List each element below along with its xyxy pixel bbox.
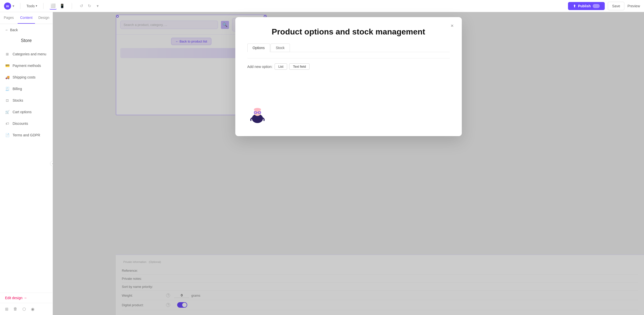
add-list-button[interactable]: List <box>275 63 287 70</box>
sidebar-item-shipping[interactable]: 🚚 Shipping costs <box>0 71 53 83</box>
publish-toggle[interactable] <box>593 4 600 8</box>
logo-chevron[interactable]: ▾ <box>13 4 14 8</box>
modal-close-button[interactable]: × <box>449 22 456 29</box>
sidebar-item-label: Categories and menu <box>13 52 46 56</box>
toolbar: w ▾ Tools ▾ ⬜ 📱 ↺ ↻ ▾ ⬆ Publish Save Pre… <box>0 0 644 12</box>
truck-icon: 🚚 <box>5 75 10 80</box>
sidebar-item-label: Payment methods <box>13 64 41 68</box>
sidebar-item-label: Discounts <box>13 122 28 126</box>
sidebar-item-label: Cart options <box>13 110 31 114</box>
undo-button[interactable]: ↺ <box>78 3 85 10</box>
sidebar-item-cart[interactable]: 🛒 Cart options <box>0 106 53 118</box>
back-button[interactable]: ← Back <box>0 24 53 36</box>
close-icon: × <box>451 23 454 29</box>
logo-icon: w <box>4 3 11 10</box>
save-button[interactable]: Save <box>608 2 624 10</box>
credit-card-icon: 💳 <box>5 63 10 68</box>
tab-options-label: Options <box>253 46 265 50</box>
doc-icon: 📄 <box>5 133 10 137</box>
sidebar-item-label: Billing <box>13 87 22 91</box>
left-panel-tabs: Pages Content Design <box>0 12 53 24</box>
history-chevron-icon[interactable]: ▾ <box>94 3 101 10</box>
preview-button[interactable]: Preview <box>627 4 640 8</box>
tab-stock-label: Stock <box>276 46 285 50</box>
add-option-row: Add new option: List Text field <box>247 63 450 70</box>
preview-label: Preview <box>627 4 640 8</box>
layers-icon[interactable]: ⬡ <box>22 307 26 311</box>
publish-label: Publish <box>578 4 591 8</box>
sidebar-item-stocks[interactable]: ⊡ Stocks <box>0 95 53 106</box>
back-label: Back <box>10 28 18 32</box>
toolbar-divider-1 <box>20 3 20 9</box>
edit-design-link[interactable]: Edit design → <box>5 296 48 300</box>
stocks-icon: ⊡ <box>5 98 10 103</box>
sidebar-item-terms[interactable]: 📄 Terms and GDPR <box>0 129 53 141</box>
bottom-toolbar: ⊞ 🗑 ⬡ ◉ <box>0 303 53 315</box>
store-title: Store <box>0 36 53 48</box>
sidebar-item-billing[interactable]: 🧾 Billing <box>0 83 53 95</box>
add-text-field-button[interactable]: Text field <box>289 63 310 70</box>
save-label: Save <box>612 4 620 8</box>
edit-design-label: Edit design → <box>5 296 27 300</box>
publish-icon: ⬆ <box>573 4 576 8</box>
tab-content[interactable]: Content <box>18 12 35 24</box>
modal-overlay[interactable]: × Product options and stock management O… <box>53 12 644 315</box>
sidebar-item-categories[interactable]: ⊞ Categories and menu <box>0 48 53 60</box>
sidebar-nav: ⊞ Categories and menu 💳 Payment methods … <box>0 48 53 293</box>
product-options-modal: × Product options and stock management O… <box>235 17 462 136</box>
cart-icon: 🛒 <box>5 110 10 114</box>
tab-options[interactable]: Options <box>247 44 270 52</box>
tools-chevron-icon: ▾ <box>36 4 37 8</box>
toolbar-divider-2 <box>43 3 44 9</box>
tab-pages[interactable]: Pages <box>0 12 18 24</box>
svg-point-5 <box>254 108 261 111</box>
mobile-icon[interactable]: 📱 <box>59 3 66 10</box>
toolbar-divider-3 <box>72 3 72 9</box>
empty-state-character <box>247 103 268 124</box>
add-element-icon[interactable]: ⊞ <box>5 307 8 311</box>
add-option-label: Add new option: <box>247 65 273 69</box>
tools-label: Tools <box>26 4 35 8</box>
modal-tabs: Options Stock <box>247 44 450 52</box>
back-arrow-icon: ← <box>5 28 9 32</box>
tab-stock[interactable]: Stock <box>271 44 290 52</box>
tab-design[interactable]: Design <box>35 12 53 24</box>
receipt-icon: 🧾 <box>5 87 10 91</box>
sidebar-item-label: Shipping costs <box>13 75 35 79</box>
left-panel: Pages Content Design ← Back Store ⊞ Cate… <box>0 12 53 315</box>
edit-design-section: Edit design → <box>0 293 53 303</box>
modal-title: Product options and stock management <box>247 27 450 36</box>
sidebar-item-payment[interactable]: 💳 Payment methods <box>0 60 53 71</box>
grid-icon: ⊞ <box>5 52 10 56</box>
modal-tab-divider <box>247 58 450 58</box>
desktop-icon[interactable]: ⬜ <box>50 3 57 10</box>
sidebar-item-label: Stocks <box>13 98 23 102</box>
delete-icon[interactable]: 🗑 <box>13 307 17 311</box>
modal-empty-state <box>247 76 450 126</box>
device-icons: ⬜ 📱 <box>50 3 66 10</box>
sidebar-item-discounts[interactable]: 🏷 Discounts <box>0 118 53 129</box>
publish-button[interactable]: ⬆ Publish <box>568 2 605 10</box>
sidebar-item-label: Terms and GDPR <box>13 133 40 137</box>
redo-button[interactable]: ↻ <box>86 3 93 10</box>
visibility-icon[interactable]: ◉ <box>31 307 34 311</box>
logo[interactable]: w ▾ <box>4 3 14 10</box>
toolbar-right: ⬆ Publish Save Preview <box>568 2 640 10</box>
tag-icon: 🏷 <box>5 121 10 126</box>
tools-menu[interactable]: Tools ▾ <box>26 4 37 8</box>
history-controls: ↺ ↻ ▾ <box>78 3 101 10</box>
